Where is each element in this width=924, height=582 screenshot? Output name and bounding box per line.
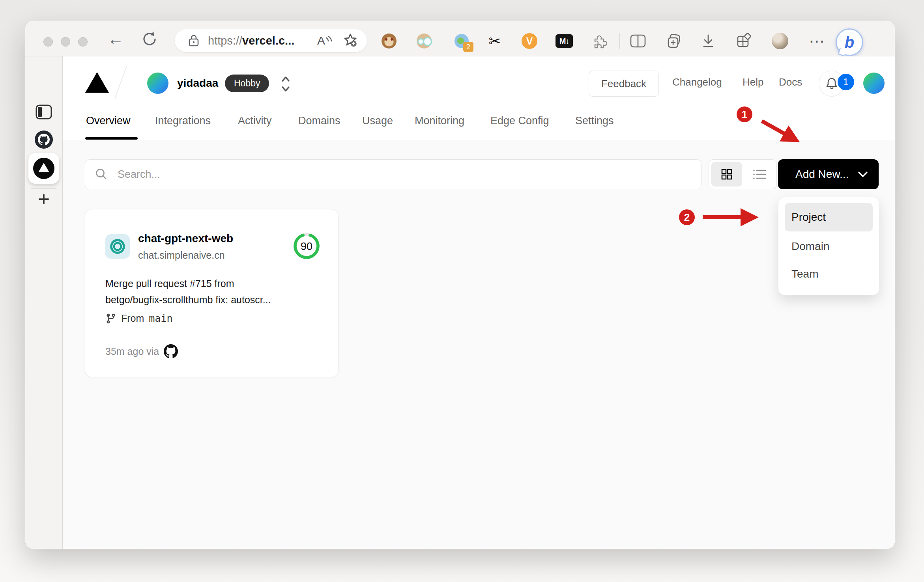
commit-line-1: Merge pull request #715 from [105, 276, 314, 292]
scissors-icon: ✂ [488, 33, 501, 50]
grid-view-icon [720, 168, 733, 181]
tab-usage[interactable]: Usage [362, 115, 393, 127]
close-window-button[interactable] [43, 37, 53, 47]
add-new-button[interactable]: Add New... [778, 159, 879, 189]
bing-b-icon: b [845, 34, 854, 51]
add-new-dropdown: Project Domain Team [778, 197, 879, 295]
list-view-button[interactable] [742, 168, 776, 181]
score-value: 90 [301, 241, 312, 252]
team-avatar[interactable] [147, 73, 168, 94]
bing-copilot-button[interactable]: b [836, 28, 863, 56]
search-input[interactable] [117, 168, 692, 181]
collections-icon [666, 33, 682, 49]
window-controls [43, 37, 88, 47]
more-icon: ⋯ [809, 33, 825, 49]
docs-link[interactable]: Docs [779, 76, 802, 88]
avatar-extension-button[interactable] [415, 32, 433, 50]
project-domain[interactable]: chat.simplenaive.cn [138, 250, 225, 261]
markdown-extension-button[interactable]: M↓ [556, 32, 573, 50]
tab-monitoring[interactable]: Monitoring [415, 115, 464, 127]
apps-grid-icon [736, 33, 752, 49]
branch-name[interactable]: main [149, 313, 172, 324]
tab-settings[interactable]: Settings [575, 115, 614, 127]
openai-logo-icon [108, 237, 127, 256]
scissors-extension-button[interactable]: ✂ [486, 32, 503, 50]
vercel-logo-icon[interactable] [85, 72, 109, 93]
dropdown-item-domain[interactable]: Domain [785, 232, 873, 261]
toolbar-divider [619, 33, 620, 49]
settings-more-button[interactable]: ⋯ [808, 32, 825, 50]
zoom-window-button[interactable] [78, 37, 88, 47]
extensions-menu-button[interactable] [591, 32, 608, 50]
video-extension-button[interactable]: V [521, 32, 538, 50]
commit-message[interactable]: Merge pull request #715 from betgo/bugfi… [105, 276, 314, 308]
refresh-button[interactable] [140, 30, 159, 51]
project-favicon [105, 234, 130, 259]
video-downloader-icon: V [522, 33, 537, 49]
downloads-button[interactable] [700, 32, 717, 50]
plan-badge: Hobby [225, 75, 269, 92]
chevron-up-down-icon [281, 75, 291, 93]
read-aloud-icon: A [317, 34, 325, 47]
active-tab-underline [85, 137, 138, 140]
extension-badge: 2 [463, 42, 473, 52]
user-avatar[interactable] [863, 73, 885, 94]
team-switcher-button[interactable] [281, 75, 291, 95]
collections-button[interactable] [665, 32, 683, 50]
deploy-meta-row: 35m ago via [105, 344, 178, 358]
plus-icon: + [38, 191, 50, 207]
chevron-down-icon [857, 171, 868, 178]
vercel-tab-active[interactable] [25, 153, 62, 184]
toggle-sidebar-button[interactable] [25, 104, 62, 119]
apps-button[interactable] [735, 32, 752, 50]
changelog-link[interactable]: Changelog [672, 76, 722, 88]
github-tab[interactable] [25, 131, 62, 149]
markdown-download-icon: M↓ [556, 34, 573, 48]
search-box[interactable] [85, 159, 701, 189]
project-card[interactable]: chat-gpt-next-web chat.simplenaive.cn 90… [85, 209, 339, 377]
tampermonkey-extension-button[interactable] [380, 32, 398, 50]
split-screen-button[interactable] [629, 32, 647, 50]
profile-button[interactable] [771, 32, 789, 50]
refresh-icon [140, 30, 159, 48]
address-bar[interactable]: https://vercel.c... A [175, 29, 367, 52]
dropdown-item-team[interactable]: Team [785, 260, 873, 288]
download-icon [701, 34, 715, 48]
back-button[interactable]: ← [107, 31, 124, 47]
split-screen-icon [630, 34, 646, 48]
vercel-header: yidadaa Hobby Feedback Changelog Help Do… [63, 56, 895, 140]
grid-view-button[interactable] [711, 162, 742, 187]
add-favorite-button[interactable] [343, 33, 357, 48]
dropdown-item-project[interactable]: Project [785, 203, 873, 231]
vercel-circle-icon [33, 158, 54, 179]
url-text[interactable]: https://vercel.c... [208, 34, 294, 47]
add-new-label: Add New... [795, 168, 849, 181]
annotation-step-1: 1 [737, 106, 752, 122]
tab-edge-config[interactable]: Edge Config [490, 115, 549, 127]
favorite-star-icon [343, 33, 357, 47]
minimize-window-button[interactable] [61, 37, 70, 47]
branch-row: From main [105, 313, 173, 324]
commit-line-2: betgo/bugfix-scrollthumb fix: autoscr... [105, 292, 314, 308]
translate-extension-button[interactable]: 2 [453, 32, 470, 50]
feedback-button[interactable]: Feedback [589, 71, 659, 97]
tab-integrations[interactable]: Integrations [155, 115, 211, 127]
breadcrumb-slash [114, 66, 127, 99]
list-view-icon [752, 168, 767, 181]
read-aloud-button[interactable]: A [317, 34, 333, 47]
lock-icon [188, 34, 199, 47]
read-aloud-waves-icon [325, 34, 333, 47]
browser-side-strip: + [25, 56, 63, 549]
team-name[interactable]: yidadaa [177, 77, 218, 90]
tab-overview[interactable]: Overview [86, 115, 131, 127]
project-name[interactable]: chat-gpt-next-web [138, 232, 233, 245]
new-tab-button[interactable]: + [25, 191, 62, 207]
tab-domains[interactable]: Domains [298, 115, 340, 127]
github-source-icon [164, 344, 178, 358]
lighthouse-score[interactable]: 90 [292, 231, 321, 262]
notification-count-badge[interactable]: 1 [838, 74, 854, 90]
bell-icon [825, 77, 838, 90]
tab-activity[interactable]: Activity [238, 115, 272, 127]
help-link[interactable]: Help [743, 76, 763, 88]
search-icon [95, 168, 108, 181]
